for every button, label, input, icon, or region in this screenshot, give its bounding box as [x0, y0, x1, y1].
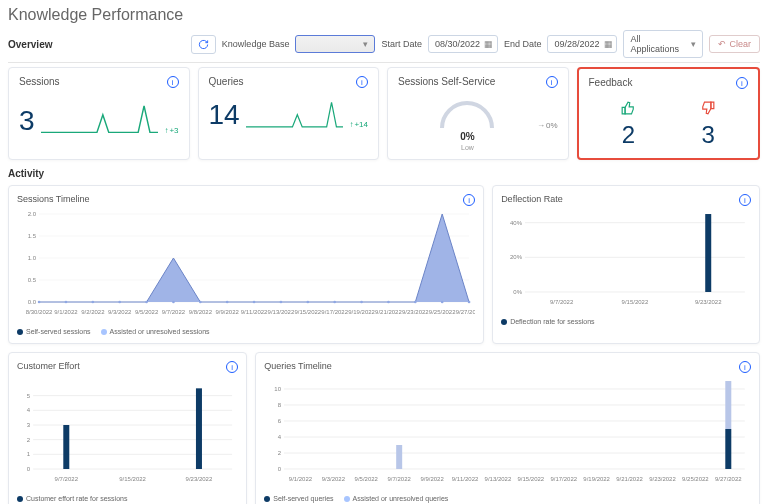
info-icon[interactable]: i [226, 361, 238, 373]
svg-text:9/2/2022: 9/2/2022 [81, 309, 105, 315]
self-service-title: Sessions Self-Service [398, 76, 495, 87]
refresh-button[interactable] [191, 35, 216, 54]
svg-text:2.0: 2.0 [28, 211, 37, 217]
calendar-icon: ▦ [604, 39, 613, 49]
svg-text:9/17/2022: 9/17/2022 [551, 476, 578, 482]
gauge-value: 0% [460, 132, 474, 142]
svg-text:9/13/2022: 9/13/2022 [268, 309, 295, 315]
customer-effort-title: Customer Effort [17, 361, 80, 373]
filter-bar: Overview Knowledge Base ▾ Start Date 08/… [0, 26, 768, 62]
svg-text:9/27/2022: 9/27/2022 [456, 309, 475, 315]
svg-text:9/23/2022: 9/23/2022 [695, 299, 722, 305]
svg-rect-127 [726, 381, 732, 429]
svg-point-19 [145, 301, 148, 304]
legend-self-served-q: Self-served queries [273, 495, 333, 502]
activity-label: Activity [0, 160, 768, 181]
svg-text:0%: 0% [513, 289, 522, 295]
svg-text:9/13/2022: 9/13/2022 [485, 476, 512, 482]
svg-text:2: 2 [278, 450, 282, 456]
svg-text:9/15/2022: 9/15/2022 [119, 476, 146, 482]
svg-text:9/11/2022: 9/11/2022 [452, 476, 479, 482]
svg-text:8: 8 [278, 402, 282, 408]
queries-timeline-title: Queries Timeline [264, 361, 332, 373]
end-date-input[interactable]: 09/28/2022 ▦ [547, 35, 617, 53]
info-icon[interactable]: i [546, 76, 558, 88]
end-date-value: 09/28/2022 [554, 39, 599, 49]
chevron-down-icon: ▾ [691, 39, 696, 49]
sessions-card: Sessions i 3 ↑ +3 [8, 67, 190, 160]
queries-timeline-panel: Queries Timeline i 02468109/1/20229/3/20… [255, 352, 760, 504]
info-icon[interactable]: i [463, 194, 475, 206]
svg-text:0.5: 0.5 [28, 277, 37, 283]
start-date-input[interactable]: 08/30/2022 ▦ [428, 35, 498, 53]
divider [8, 62, 760, 63]
legend-effort: Customer effort rate for sessions [26, 495, 127, 502]
apps-value: All Applications [630, 34, 687, 54]
calendar-icon: ▦ [484, 39, 493, 49]
start-date-value: 08/30/2022 [435, 39, 480, 49]
svg-text:9/23/2022: 9/23/2022 [186, 476, 213, 482]
info-icon[interactable]: i [167, 76, 179, 88]
deflection-rate-title: Deflection Rate [501, 194, 563, 206]
svg-text:40%: 40% [510, 220, 523, 226]
svg-text:0.0: 0.0 [28, 299, 37, 305]
queries-sparkline [246, 100, 344, 129]
feedback-down-value: 3 [701, 123, 714, 147]
page-title: Knowledge Performance [0, 0, 768, 26]
clear-button[interactable]: ↶ Clear [709, 35, 760, 53]
svg-text:9/1/2022: 9/1/2022 [289, 476, 313, 482]
sessions-sparkline [41, 100, 159, 135]
customer-effort-chart: 0123459/7/20229/15/20229/23/2022 [17, 377, 238, 487]
svg-text:9/9/2022: 9/9/2022 [421, 476, 445, 482]
kb-label: Knowledge Base [222, 39, 290, 49]
legend-self-served: Self-served sessions [26, 328, 91, 335]
svg-text:9/19/2022: 9/19/2022 [584, 476, 611, 482]
deflection-rate-chart: 0%20%40%9/7/20229/15/20229/23/2022 [501, 210, 751, 310]
svg-text:9/25/2022: 9/25/2022 [429, 309, 456, 315]
sessions-title: Sessions [19, 76, 60, 87]
sessions-timeline-chart: 0.00.51.01.52.08/30/20229/1/20229/2/2022… [17, 210, 475, 320]
svg-text:6: 6 [278, 418, 282, 424]
info-icon[interactable]: i [739, 194, 751, 206]
feedback-card: Feedback i 2 3 [577, 67, 761, 160]
kpi-cards-row: Sessions i 3 ↑ +3 Queries i 14 ↑ +14 Ses… [0, 67, 768, 160]
svg-point-21 [172, 301, 175, 304]
svg-point-35 [360, 301, 363, 304]
info-icon[interactable]: i [739, 361, 751, 373]
svg-point-37 [387, 301, 390, 304]
svg-rect-126 [726, 429, 732, 469]
thumbs-down-icon [701, 101, 715, 119]
svg-text:1.0: 1.0 [28, 255, 37, 261]
svg-text:9/1/2022: 9/1/2022 [54, 309, 78, 315]
svg-text:0: 0 [27, 466, 31, 472]
knowledge-base-select[interactable]: ▾ [295, 35, 375, 53]
self-service-trend: → 0% [537, 121, 558, 130]
info-icon[interactable]: i [736, 77, 748, 89]
svg-text:0: 0 [278, 466, 282, 472]
svg-point-31 [307, 301, 310, 304]
legend-assisted-q: Assisted or unresolved queries [353, 495, 449, 502]
queries-title: Queries [209, 76, 244, 87]
svg-text:10: 10 [275, 386, 282, 392]
svg-point-33 [333, 301, 336, 304]
svg-text:9/27/2022: 9/27/2022 [715, 476, 742, 482]
svg-text:9/15/2022: 9/15/2022 [518, 476, 545, 482]
svg-text:9/5/2022: 9/5/2022 [135, 309, 159, 315]
clear-label: Clear [729, 39, 751, 49]
svg-text:1.5: 1.5 [28, 233, 37, 239]
queries-card: Queries i 14 ↑ +14 [198, 67, 380, 160]
sessions-value: 3 [19, 107, 35, 135]
svg-point-39 [414, 301, 417, 304]
info-icon[interactable]: i [356, 76, 368, 88]
deflection-rate-panel: Deflection Rate i 0%20%40%9/7/20229/15/2… [492, 185, 760, 344]
sessions-timeline-title: Sessions Timeline [17, 194, 90, 206]
svg-point-17 [118, 301, 121, 304]
svg-text:1: 1 [27, 451, 31, 457]
applications-select[interactable]: All Applications ▾ [623, 30, 703, 58]
svg-point-27 [253, 301, 256, 304]
queries-value: 14 [209, 101, 240, 129]
svg-point-15 [92, 301, 95, 304]
svg-text:9/11/2022: 9/11/2022 [241, 309, 268, 315]
svg-text:9/17/2022: 9/17/2022 [321, 309, 348, 315]
svg-point-11 [38, 301, 41, 304]
